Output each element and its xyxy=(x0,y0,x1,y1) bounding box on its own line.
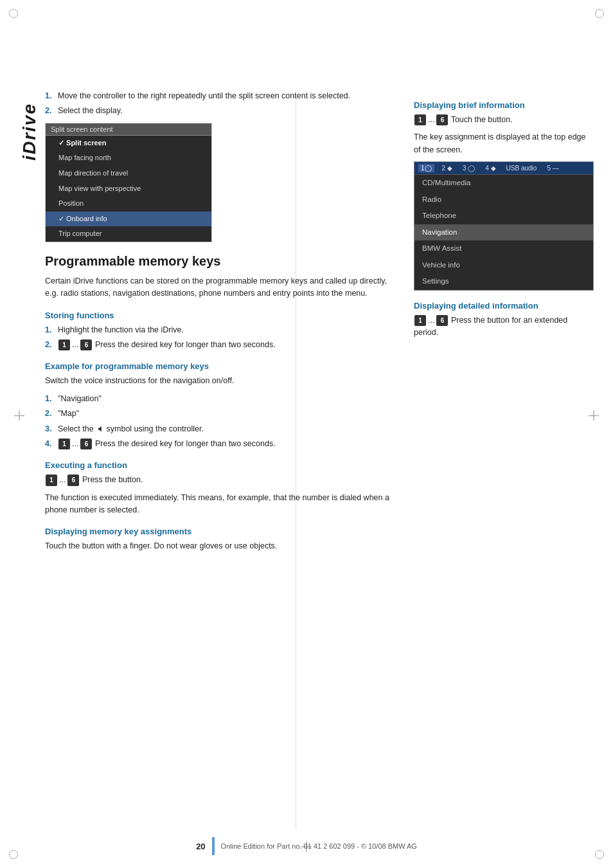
example-step-1: 1. "Navigation" xyxy=(45,393,401,405)
screen-item-vehicle: Vehicle info xyxy=(414,257,593,274)
footer-divider xyxy=(212,837,215,855)
key-1-badge: 1 xyxy=(58,339,70,351)
example-intro: Switch the voice instructions for the na… xyxy=(45,375,401,387)
intro-step-2-text: Select the display. xyxy=(58,105,123,117)
menu-screen-header: 1◯ 2 ◆ 3 ◯ 4 ◆ USB audio 5 — xyxy=(414,162,593,175)
screenshot-box: Split screen content ✓ Split screen Map … xyxy=(45,123,212,242)
screen-tab-4: 4 ◆ xyxy=(483,164,498,172)
screen-item-telephone: Telephone xyxy=(414,208,593,224)
screenshot-item-0: ✓ Split screen xyxy=(46,136,211,151)
storing-step-num-2: 2. xyxy=(45,339,54,351)
screen-item-radio: Radio xyxy=(414,192,593,208)
screenshot-item-5: ✓ Onboard info xyxy=(46,212,211,227)
brief-info-heading: Displaying brief information xyxy=(414,100,594,110)
example-step-2: 2. "Map" xyxy=(45,408,401,420)
storing-step-num-1: 1. xyxy=(45,324,54,336)
example-step-1-text: "Navigation" xyxy=(58,393,102,405)
intro-step-2: 2. Select the display. xyxy=(45,105,401,117)
intro-step-1-text: Move the controller to the right repeate… xyxy=(58,90,350,102)
screenshot-title: Split screen content xyxy=(46,123,211,136)
key-6-badge-brief: 6 xyxy=(436,114,448,126)
screen-tab-2: 2 ◆ xyxy=(440,164,455,172)
screen-item-bmw: BMW Assist xyxy=(414,240,593,257)
intro-step-1: 1. Move the controller to the right repe… xyxy=(45,90,401,102)
storing-step-1-text: Highlight the function via the iDrive. xyxy=(58,324,184,336)
example-step-num-1: 1. xyxy=(45,393,54,405)
assignments-heading: Displaying memory key assignments xyxy=(45,527,401,536)
key-ellipsis-exec: ... xyxy=(59,474,66,486)
footer-text: Online Edition for Part no. 01 41 2 602 … xyxy=(221,842,417,850)
step-num-1: 1. xyxy=(45,90,54,102)
example-heading: Example for programmable memory keys xyxy=(45,361,401,371)
example-step-4-text: 1 ... 6 Press the desired key for longer… xyxy=(58,438,276,450)
storing-step-2-text: 1 ... 6 Press the desired key for longer… xyxy=(58,339,276,351)
screen-tab-5: 5 — xyxy=(544,164,561,172)
side-mark-left xyxy=(14,411,24,423)
example-step-num-3: 3. xyxy=(45,423,54,435)
right-column: Displaying brief information 1 ... 6 Tou… xyxy=(414,90,594,829)
key-1-badge-exec: 1 xyxy=(46,475,57,486)
example-step-3: 3. Select the 🔈︎ symbol using the contro… xyxy=(45,423,401,435)
screenshot-item-2: Map direction of travel xyxy=(46,166,211,181)
screen-tab-1: 1◯ xyxy=(418,164,434,172)
key-ellipsis-detailed: ... xyxy=(428,314,434,327)
menu-screen: 1◯ 2 ◆ 3 ◯ 4 ◆ USB audio 5 — CD/Multimed… xyxy=(414,161,594,291)
left-column: 1. Move the controller to the right repe… xyxy=(45,90,401,829)
executing-body: The function is executed immediately. Th… xyxy=(45,492,401,517)
detailed-info-heading: Displaying detailed information xyxy=(414,301,594,311)
screen-tab-3: 3 ◯ xyxy=(460,164,477,172)
key-sequence-storing: 1 ... 6 xyxy=(58,339,93,351)
key-6-badge-exec: 6 xyxy=(67,475,79,486)
step-num-2: 2. xyxy=(45,105,54,117)
example-step-3-text: Select the 🔈︎ symbol using the controlle… xyxy=(58,423,204,435)
key-6-badge: 6 xyxy=(80,339,92,351)
detailed-info-keys: 1 ... 6 Press the button for an extended… xyxy=(414,314,594,339)
key-sequence-executing: 1 ... 6 xyxy=(45,474,80,486)
example-step-num-4: 4. xyxy=(45,438,54,450)
screenshot-item-3: Map view with perspective xyxy=(46,181,211,197)
key-6-badge-detailed: 6 xyxy=(436,315,448,327)
brief-info-keys: 1 ... 6 Touch the button. xyxy=(414,114,594,126)
example-step-4: 4. 1 ... 6 Press the desired key for lon… xyxy=(45,438,401,450)
key-ellipsis-ex: ... xyxy=(72,438,78,450)
main-title: Programmable memory keys xyxy=(45,254,401,269)
key-ellipsis-brief: ... xyxy=(428,114,434,126)
main-content: 1. Move the controller to the right repe… xyxy=(45,90,594,829)
page-number: 20 xyxy=(196,842,205,851)
screenshot-item-4: Position xyxy=(46,196,211,212)
corner-mark-tl xyxy=(9,9,18,18)
executing-heading: Executing a function xyxy=(45,460,401,470)
key-6-badge-ex: 6 xyxy=(80,439,92,450)
executing-intro: 1 ... 6 Press the button. xyxy=(45,474,401,486)
key-1-badge-ex: 1 xyxy=(58,439,70,450)
example-step-num-2: 2. xyxy=(45,408,54,420)
key-1-badge-detailed: 1 xyxy=(414,315,426,327)
screenshot-item-1: Map facing north xyxy=(46,150,211,166)
brief-info-body: The key assignment is displayed at the t… xyxy=(414,131,594,156)
screenshot-item-6: Trip computer xyxy=(46,226,211,242)
corner-mark-tr xyxy=(595,9,604,18)
key-sequence-detailed: 1 ... 6 xyxy=(414,314,449,327)
screen-item-navigation: Navigation xyxy=(414,224,593,241)
intro-body: Certain iDrive functions can be stored o… xyxy=(45,275,401,300)
footer: 20 Online Edition for Part no. 01 41 2 6… xyxy=(0,837,613,855)
assignments-body: Touch the button with a finger. Do not w… xyxy=(45,540,401,552)
storing-step-1: 1. Highlight the function via the iDrive… xyxy=(45,324,401,336)
screen-tab-usb: USB audio xyxy=(504,164,540,172)
idrive-sidebar-label: iDrive xyxy=(19,103,40,161)
storing-step-2: 2. 1 ... 6 Press the desired key for lon… xyxy=(45,339,401,351)
storing-heading: Storing functions xyxy=(45,311,401,320)
key-1-badge-brief: 1 xyxy=(414,114,426,126)
key-ellipsis: ... xyxy=(72,339,78,351)
example-step-2-text: "Map" xyxy=(58,408,79,420)
screen-item-settings: Settings xyxy=(414,273,593,290)
key-sequence-brief: 1 ... 6 xyxy=(414,114,449,126)
screen-item-cd: CD/Multimedia xyxy=(414,175,593,192)
key-sequence-example: 1 ... 6 xyxy=(58,438,93,450)
